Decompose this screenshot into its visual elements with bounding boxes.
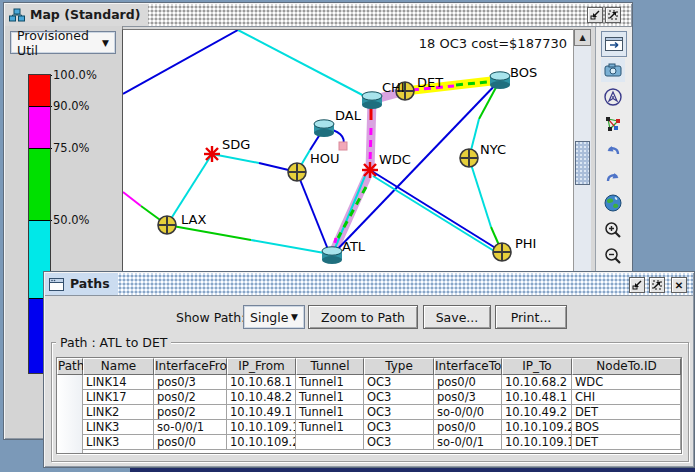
column-header[interactable]: IP_From (227, 358, 296, 375)
node-WDC-asterisk[interactable] (362, 162, 378, 178)
paths-titlebar[interactable]: Paths ✕ (45, 273, 693, 296)
cell[interactable]: pos0/0 (154, 435, 227, 450)
cell[interactable]: DET (572, 435, 681, 450)
cell[interactable]: DET (572, 405, 681, 420)
cell[interactable]: LINK17 (83, 390, 154, 405)
column-header[interactable]: InterfaceFro... (154, 358, 227, 375)
map-restore-button[interactable] (587, 7, 603, 23)
cell[interactable]: so-0/0/1 (434, 435, 502, 450)
node-PHI[interactable] (493, 243, 511, 261)
node-NYC[interactable] (460, 149, 478, 167)
paths-window-title: Paths (70, 273, 110, 295)
cell[interactable] (296, 435, 364, 450)
map-maximize-button[interactable] (605, 7, 621, 23)
util-selector[interactable]: Provisioned Util ▼ (10, 31, 116, 54)
cell[interactable]: pos0/2 (154, 405, 227, 420)
link[interactable] (370, 170, 502, 252)
cell[interactable]: 10.10.48.1 (502, 390, 572, 405)
cell[interactable]: pos0/2 (154, 390, 227, 405)
print-button[interactable]: Print... (495, 305, 567, 329)
link[interactable] (123, 30, 238, 94)
node-SDG-asterisk[interactable] (204, 146, 220, 162)
cell[interactable]: OC3 (364, 390, 434, 405)
scrollbar-thumb[interactable] (575, 141, 590, 185)
compass-icon[interactable] (601, 85, 625, 109)
column-header[interactable]: NodeTo.ID (572, 358, 681, 375)
cell[interactable]: pos0/0 (434, 420, 502, 435)
cell[interactable]: Tunnel1 (296, 405, 364, 420)
cell[interactable]: LINK14 (83, 375, 154, 390)
router-node-BOS[interactable] (490, 72, 510, 89)
router-node-DAL[interactable] (314, 120, 334, 137)
cell[interactable]: WDC (572, 375, 681, 390)
table-row[interactable]: LINK17 pos0/2 10.10.48.2 Tunnel1 OC3 pos… (83, 390, 682, 405)
show-path-select[interactable]: Single ▼ (243, 305, 305, 329)
link[interactable] (332, 80, 500, 255)
link[interactable] (238, 30, 372, 100)
cell[interactable]: 10.10.49.1 (227, 405, 296, 420)
table-row[interactable]: LINK3 pos0/0 10.10.109.2 OC3 so-0/0/1 10… (83, 435, 682, 450)
cell[interactable]: 10.10.109.1 (227, 420, 296, 435)
link[interactable] (212, 154, 259, 163)
link[interactable] (469, 158, 491, 227)
cell[interactable]: 10.10.109.2 (502, 420, 572, 435)
link[interactable] (123, 192, 141, 206)
router-node-ATL[interactable] (322, 247, 342, 264)
column-header[interactable]: IP_To (502, 358, 572, 375)
cell[interactable]: 10.10.48.2 (227, 390, 296, 405)
cell[interactable]: pos0/3 (154, 375, 227, 390)
cell[interactable]: 10.10.49.2 (502, 405, 572, 420)
cell[interactable]: LINK2 (83, 405, 154, 420)
cell[interactable]: BOS (572, 420, 681, 435)
column-header[interactable]: Tunnel (296, 358, 364, 375)
zoom-to-path-button[interactable]: Zoom to Path (308, 305, 418, 329)
cell[interactable]: Tunnel1 (296, 420, 364, 435)
map-titlebar[interactable]: Map (Standard) (5, 4, 631, 27)
cell[interactable]: pos0/0 (434, 375, 502, 390)
graph-layout-icon[interactable] (601, 112, 625, 136)
paths-maximize-button[interactable] (649, 277, 665, 293)
cell[interactable]: pos0/3 (434, 390, 502, 405)
snapshot-icon[interactable] (601, 58, 625, 82)
cell[interactable]: so-0/0/0 (434, 405, 502, 420)
undo-icon[interactable] (601, 138, 625, 162)
zoom-in-icon[interactable] (601, 218, 625, 242)
row-header[interactable]: Path (57, 358, 83, 375)
cell[interactable]: so-0/0/1 (154, 420, 227, 435)
save-button[interactable]: Save... (423, 305, 491, 329)
overview-panel-icon[interactable] (601, 31, 627, 57)
column-header[interactable]: Type (364, 358, 434, 375)
cell[interactable]: OC3 (364, 405, 434, 420)
column-header[interactable]: InterfaceTo (434, 358, 502, 375)
cell[interactable]: 10.10.68.2 (502, 375, 572, 390)
node-HOU[interactable] (288, 163, 306, 181)
cell[interactable]: OC3 (364, 435, 434, 450)
cell[interactable]: OC3 (364, 375, 434, 390)
paths-restore-button[interactable] (629, 277, 645, 293)
table-row[interactable]: LINK14 pos0/3 10.10.68.1 Tunnel1 OC3 pos… (83, 375, 682, 390)
cell[interactable]: LINK3 (83, 420, 154, 435)
world-icon[interactable] (601, 191, 625, 215)
cell[interactable]: CHI (572, 390, 681, 405)
paths-close-button[interactable]: ✕ (671, 277, 687, 293)
column-header[interactable]: Name (83, 358, 154, 375)
node-LAX[interactable] (158, 216, 176, 234)
link[interactable] (297, 172, 329, 252)
cell[interactable]: Tunnel1 (296, 375, 364, 390)
cell[interactable]: LINK3 (83, 435, 154, 450)
cell[interactable]: 10.10.109.1 (502, 435, 572, 450)
router-node-CHI[interactable] (362, 92, 382, 109)
link[interactable] (373, 176, 499, 254)
table-row[interactable]: LINK2 pos0/2 10.10.49.1 Tunnel1 OC3 so-0… (83, 405, 682, 420)
cell[interactable]: Tunnel1 (296, 390, 364, 405)
link[interactable] (251, 240, 330, 254)
zoom-out-icon[interactable] (601, 244, 625, 268)
scroll-up-button[interactable]: ▲ (574, 29, 591, 46)
cell[interactable]: 10.10.109.2 (227, 435, 296, 450)
redo-icon[interactable] (601, 165, 625, 189)
site-marker[interactable] (339, 142, 347, 150)
cell[interactable]: OC3 (364, 420, 434, 435)
link[interactable] (167, 225, 251, 240)
cell[interactable]: 10.10.68.1 (227, 375, 296, 390)
table-row[interactable]: LINK3 so-0/0/1 10.10.109.1 Tunnel1 OC3 p… (83, 420, 682, 435)
